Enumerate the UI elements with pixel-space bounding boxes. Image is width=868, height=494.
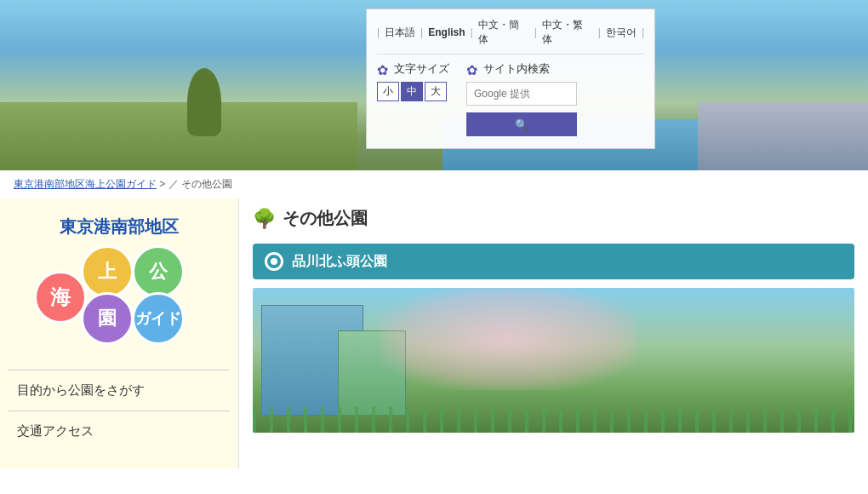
search-button[interactable]: 🔍: [466, 112, 577, 136]
hero-tree: [187, 68, 221, 136]
page-title: 🌳 その他公園: [253, 207, 854, 230]
park-image-fence: [253, 407, 854, 433]
logo-circle-guide: ガイド: [132, 292, 185, 345]
font-size-medium[interactable]: 中: [401, 82, 423, 101]
sidebar-item-search-park[interactable]: 目的から公園をさがす: [9, 370, 230, 411]
logo-circle-en: 園: [81, 292, 134, 345]
section-header-text: 品川北ふ頭公園: [292, 253, 387, 271]
hero-ground-right: [698, 102, 868, 170]
search-input[interactable]: [466, 82, 577, 106]
font-size-section: ✿ 文字サイズ 小 中 大: [377, 61, 449, 101]
breadcrumb-sep2: ／: [168, 178, 179, 190]
header-hero: | 日本語 | English | 中文・簡体 | 中文・繁体 | 한국어 | …: [0, 0, 868, 170]
hero-ground-left: [0, 102, 357, 170]
breadcrumb-current: その他公園: [181, 178, 232, 190]
page-title-text: その他公園: [283, 207, 368, 230]
search-label-row: ✿ サイト内検索: [466, 61, 577, 77]
logo-circle-ue: 上: [81, 245, 134, 298]
lang-controls: ✿ 文字サイズ 小 中 大 ✿ サイト内検索 🔍: [377, 61, 644, 136]
section-header-icon: [265, 252, 283, 271]
font-size-large[interactable]: 大: [425, 82, 447, 101]
sidebar-item-search-park-label: 目的から公園をさがす: [17, 382, 145, 399]
main-layout: 東京港南部地区 海 上 公 園 ガイド 目的から公園をさがす 交通アクセス 🌳 …: [0, 198, 868, 468]
sidebar-nav: 目的から公園をさがす 交通アクセス: [9, 370, 230, 451]
search-label-text: サイト内検索: [483, 61, 550, 77]
lang-korean[interactable]: 한국어: [602, 26, 640, 40]
lang-english[interactable]: English: [425, 26, 468, 38]
main-content: 🌳 その他公園 品川北ふ頭公園: [238, 198, 868, 468]
font-size-label-row: ✿ 文字サイズ: [377, 61, 449, 77]
sidebar-item-access-label: 交通アクセス: [17, 423, 94, 439]
logo-circle-ko: 公: [132, 245, 185, 298]
breadcrumb-home[interactable]: 東京港南部地区海上公園ガイド: [14, 178, 157, 190]
language-nav: | 日本語 | English | 中文・簡体 | 中文・繁体 | 한국어 |: [377, 18, 644, 55]
sidebar: 東京港南部地区 海 上 公 園 ガイド 目的から公園をさがす 交通アクセス: [0, 198, 238, 468]
search-input-row: [466, 82, 577, 106]
tree-icon: 🌳: [253, 208, 276, 230]
sidebar-logo: 東京港南部地区 海 上 公 園 ガイド: [9, 207, 230, 361]
logo-circles: 海 上 公 園 ガイド: [34, 245, 204, 348]
park-image: [253, 288, 854, 433]
breadcrumb-sep1: >: [159, 178, 168, 190]
font-size-buttons: 小 中 大: [377, 82, 449, 101]
language-box: | 日本語 | English | 中文・簡体 | 中文・繁体 | 한국어 | …: [366, 9, 655, 149]
lang-japanese[interactable]: 日本語: [381, 26, 419, 40]
breadcrumb: 東京港南部地区海上公園ガイド > ／ その他公園: [0, 170, 868, 198]
font-size-icon: ✿: [377, 62, 391, 76]
lang-chinese-simplified[interactable]: 中文・簡体: [475, 18, 533, 47]
sidebar-logo-title: 東京港南部地区: [9, 215, 230, 238]
font-size-label-text: 文字サイズ: [394, 61, 449, 77]
search-section: ✿ サイト内検索 🔍: [466, 61, 577, 136]
park-image-cherry-blossoms: [380, 288, 636, 390]
font-size-small[interactable]: 小: [377, 82, 399, 101]
lang-chinese-traditional[interactable]: 中文・繁体: [539, 18, 597, 47]
section-header: 品川北ふ頭公園: [253, 244, 854, 279]
search-icon: ✿: [466, 62, 480, 76]
sidebar-item-access[interactable]: 交通アクセス: [9, 411, 230, 451]
logo-circle-umi: 海: [34, 271, 87, 324]
